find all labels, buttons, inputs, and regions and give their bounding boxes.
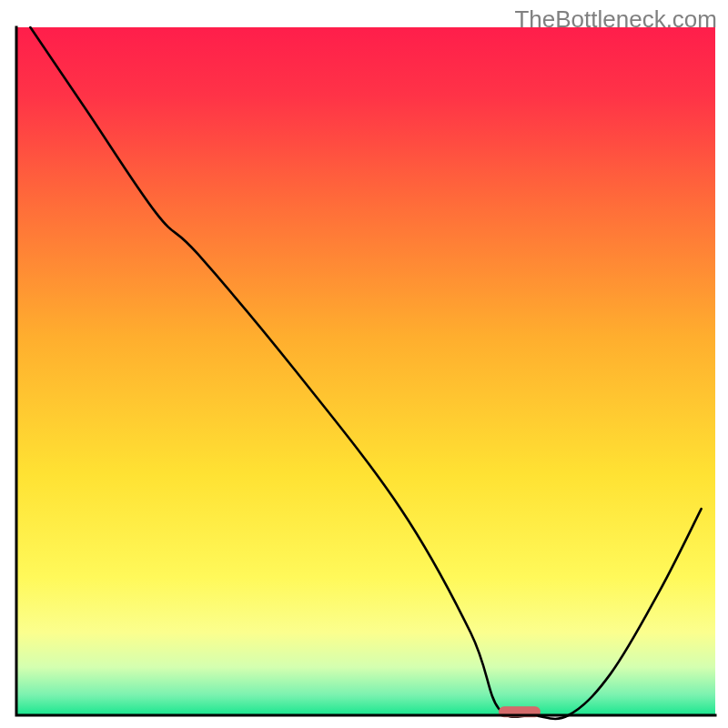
chart-container: TheBottleneck.com xyxy=(0,0,728,728)
gradient-background xyxy=(16,27,715,715)
watermark-label: TheBottleneck.com xyxy=(514,5,717,34)
bottleneck-chart xyxy=(0,0,728,728)
